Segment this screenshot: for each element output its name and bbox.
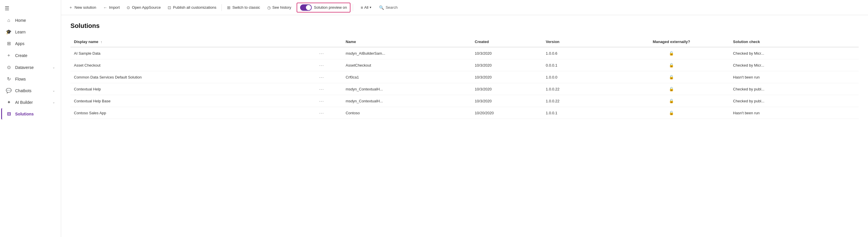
sort-icon: ↑ — [100, 40, 102, 44]
row-options-button[interactable]: ··· — [316, 59, 342, 71]
name-header-label: Name — [345, 39, 356, 44]
created-header-label: Created — [475, 39, 489, 44]
row-options-button[interactable]: ··· — [316, 47, 342, 59]
table-row: Contoso Sales App···Contoso10/20/20201.0… — [70, 107, 859, 119]
cell-solution-check: Hasn't been run — [730, 107, 859, 119]
sidebar: ☰ ⌂Home🎓Learn⊞Apps＋Create⊙Dataverse⌄↻Flo… — [0, 0, 61, 237]
row-options-button[interactable]: ··· — [316, 107, 342, 119]
col-header-display-name: Display name ↑ — [70, 37, 316, 47]
history-icon: ◷ — [267, 5, 271, 10]
cell-managed-externally: 🔒 — [613, 59, 730, 71]
cell-created: 10/3/2020 — [471, 71, 542, 83]
lock-icon: 🔒 — [669, 99, 674, 103]
col-header-managed: Managed externally? — [613, 37, 730, 47]
toolbar-right: ≡ All ▾ 🔍 Search — [358, 3, 401, 12]
plus-icon: ＋ — [69, 5, 73, 10]
sidebar-item-chatbots[interactable]: 💬Chatbots⌄ — [1, 85, 60, 96]
row-options-button[interactable]: ··· — [316, 83, 342, 95]
cell-solution-check: Checked by Micr... — [730, 47, 859, 59]
import-label: Import — [109, 5, 120, 10]
cell-created: 10/3/2020 — [471, 47, 542, 59]
ai-builder-chevron-icon: ⌄ — [52, 100, 55, 104]
solutions-table: Display name ↑ Name Created Version Mana… — [70, 37, 859, 119]
sidebar-item-solutions[interactable]: ⊟Solutions — [1, 108, 60, 120]
cell-solution-check: Checked by publ... — [730, 95, 859, 107]
cell-created: 10/3/2020 — [471, 95, 542, 107]
row-options-button[interactable]: ··· — [316, 71, 342, 83]
cell-name: msdyn_ContextualH... — [342, 95, 471, 107]
sidebar-item-flows[interactable]: ↻Flows — [1, 73, 60, 84]
cell-created: 10/3/2020 — [471, 59, 542, 71]
cell-managed-externally: 🔒 — [613, 107, 730, 119]
table-row: Common Data Services Default Solution···… — [70, 71, 859, 83]
home-icon: ⌂ — [6, 18, 12, 23]
open-appsource-button[interactable]: ⊙ Open AppSource — [124, 3, 163, 12]
dataverse-label: Dataverse — [15, 65, 49, 70]
sidebar-item-apps[interactable]: ⊞Apps — [1, 38, 60, 49]
managed-header-label: Managed externally? — [653, 39, 690, 44]
switch-classic-button[interactable]: ⊞ Switch to classic — [224, 3, 263, 12]
cell-name: Crf0ca1 — [342, 71, 471, 83]
cell-solution-check: Checked by Micr... — [730, 59, 859, 71]
cell-name: Contoso — [342, 107, 471, 119]
switch-icon: ⊞ — [227, 5, 230, 10]
toolbar-divider-1 — [221, 4, 222, 11]
lock-icon: 🔒 — [669, 51, 674, 56]
ai-builder-label: AI Builder — [15, 100, 49, 105]
table-row: Asset Checkout···AssetCheckout10/3/20200… — [70, 59, 859, 71]
toolbar-divider-2 — [353, 4, 353, 11]
sidebar-item-home[interactable]: ⌂Home — [1, 15, 60, 26]
page-title: Solutions — [70, 22, 859, 30]
publish-button[interactable]: ⊡ Publish all customizations — [165, 3, 219, 12]
sidebar-item-create[interactable]: ＋Create — [1, 49, 60, 61]
cell-name: msdyn_AIBuilderSam... — [342, 47, 471, 59]
cell-version: 1.0.0.0 — [542, 71, 613, 83]
sidebar-item-dataverse[interactable]: ⊙Dataverse⌄ — [1, 62, 60, 73]
cell-name: AssetCheckout — [342, 59, 471, 71]
see-history-button[interactable]: ◷ See history — [264, 3, 294, 12]
new-solution-label: New solution — [74, 5, 96, 10]
table-row: Contextual Help Base···msdyn_ContextualH… — [70, 95, 859, 107]
cell-managed-externally: 🔒 — [613, 83, 730, 95]
dataverse-chevron-icon: ⌄ — [52, 65, 55, 69]
lock-icon: 🔒 — [669, 87, 674, 91]
lock-icon: 🔒 — [669, 63, 674, 67]
cell-display-name: Asset Checkout — [70, 59, 316, 71]
cell-created: 10/3/2020 — [471, 83, 542, 95]
cell-managed-externally: 🔒 — [613, 71, 730, 83]
filter-lines-icon: ≡ — [361, 5, 363, 10]
search-label: Search — [386, 5, 398, 10]
toolbar: ＋ New solution ← Import ⊙ Open AppSource… — [61, 0, 868, 15]
cell-solution-check: Checked by publ... — [730, 83, 859, 95]
create-icon: ＋ — [6, 52, 12, 59]
main-panel: ＋ New solution ← Import ⊙ Open AppSource… — [61, 0, 868, 237]
lock-icon: 🔒 — [669, 110, 674, 115]
all-filter-label: All — [364, 5, 368, 10]
table-row: Contextual Help···msdyn_ContextualH...10… — [70, 83, 859, 95]
new-solution-button[interactable]: ＋ New solution — [66, 3, 99, 12]
lock-icon: 🔒 — [669, 75, 674, 79]
cell-managed-externally: 🔒 — [613, 47, 730, 59]
chatbots-label: Chatbots — [15, 89, 49, 93]
all-filter-button[interactable]: ≡ All ▾ — [358, 3, 374, 12]
flows-label: Flows — [15, 77, 55, 81]
solutions-label: Solutions — [15, 112, 55, 116]
cell-display-name: Contoso Sales App — [70, 107, 316, 119]
publish-icon: ⊡ — [168, 5, 171, 10]
solution-preview-toggle[interactable] — [300, 4, 312, 11]
sidebar-item-learn[interactable]: 🎓Learn — [1, 26, 60, 37]
learn-label: Learn — [15, 30, 55, 34]
search-button[interactable]: 🔍 Search — [375, 3, 401, 12]
import-button[interactable]: ← Import — [100, 3, 123, 12]
flows-icon: ↻ — [6, 76, 12, 82]
col-header-created: Created — [471, 37, 542, 47]
hamburger-icon[interactable]: ☰ — [0, 2, 61, 14]
sidebar-item-ai-builder[interactable]: ✦AI Builder⌄ — [1, 97, 60, 108]
apps-label: Apps — [15, 41, 55, 46]
import-icon: ← — [103, 5, 107, 10]
table-row: AI Sample Data···msdyn_AIBuilderSam...10… — [70, 47, 859, 59]
row-options-button[interactable]: ··· — [316, 95, 342, 107]
solution-preview-area: Solution preview on — [297, 3, 350, 12]
learn-icon: 🎓 — [6, 29, 12, 35]
cell-version: 1.0.0.6 — [542, 47, 613, 59]
